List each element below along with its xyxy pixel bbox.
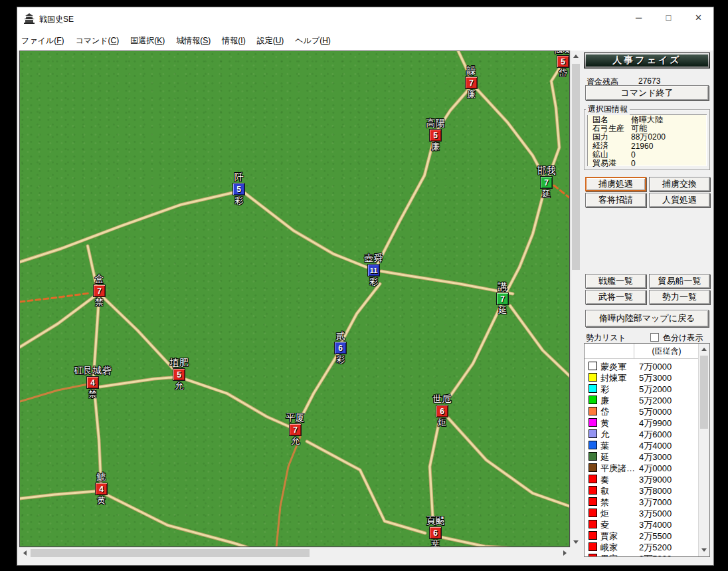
faction-color-swatch: [589, 418, 597, 427]
title-bar[interactable]: 戦国史SE ─ □ ✕: [17, 7, 713, 31]
faction-row[interactable]: 峨家2万5200: [585, 541, 699, 552]
faction-row[interactable]: 奏3万9000: [585, 473, 699, 485]
city-marker[interactable]: 邯我7延: [540, 176, 553, 189]
menu-item[interactable]: 情報(I): [222, 35, 245, 47]
minimize-button[interactable]: ─: [624, 7, 654, 27]
戦艦一覧-button[interactable]: 戦艦一覧: [585, 274, 646, 288]
prisoner-actions: 捕虜処遇捕虜交換客将招請人質処遇: [585, 177, 710, 207]
menu-item[interactable]: 城情報(S): [176, 35, 211, 47]
faction-row[interactable]: 夌3万4000: [585, 518, 699, 530]
scroll-left-arrow-icon[interactable]: [19, 548, 30, 558]
人質処遇-button[interactable]: 人質処遇: [649, 193, 710, 207]
city-marker[interactable]: 矼艮城砦4禁: [86, 376, 99, 389]
city-name: 貳: [336, 331, 345, 341]
faction-row[interactable]: 黄4万9900: [585, 417, 699, 428]
勢力一覧-button[interactable]: 勢力一覧: [649, 290, 710, 304]
faction-row[interactable]: 蒙炎軍7万0000: [585, 360, 699, 372]
faction-list-scrollbar[interactable]: [698, 344, 710, 556]
faction-row[interactable]: 岱5万0000: [585, 405, 699, 417]
faction-row[interactable]: 封煉軍5万3000: [585, 372, 699, 383]
city-marker[interactable]: 鯱4黄: [95, 483, 108, 495]
city-level-box[interactable]: 11: [367, 264, 380, 277]
list-scroll-thumb[interactable]: [700, 356, 708, 429]
faction-row[interactable]: 賈家2万5500: [585, 530, 699, 541]
faction-row[interactable]: 平庚諸…4万0000: [585, 462, 699, 473]
road: [244, 193, 367, 267]
map-viewport[interactable]: 髞7廉高陽5廉偃城5岱邯我7延阡5彩壺舜11彩盒7禁講7延貳6彩矼艮城砦4禁埴肥…: [19, 51, 570, 547]
scroll-up-arrow-icon[interactable]: [571, 51, 581, 61]
city-marker[interactable]: 髞7廉: [465, 76, 478, 89]
city-marker[interactable]: 貳6彩: [334, 342, 347, 354]
country-info-row: 貿易港0: [592, 159, 707, 168]
end-command-button[interactable]: コマンド終了: [585, 85, 709, 100]
faction-row[interactable]: 葉4万4000: [585, 439, 699, 451]
city-marker[interactable]: 平厦7允: [289, 423, 302, 436]
city-level-box[interactable]: 4: [95, 483, 108, 495]
faction-row[interactable]: 叡3万8000: [585, 485, 699, 496]
menu-item[interactable]: 設定(U): [257, 35, 284, 47]
貿易船一覧-button[interactable]: 貿易船一覧: [649, 274, 710, 288]
faction-row[interactable]: 彩5万2000: [585, 383, 699, 394]
city-level-box[interactable]: 7: [465, 76, 478, 89]
city-name: 埴肥: [170, 358, 189, 368]
city-name: 壺舜: [365, 253, 383, 263]
city-level-box[interactable]: 7: [496, 292, 509, 305]
list-scroll-down-icon[interactable]: [699, 544, 709, 555]
hscroll-thumb[interactable]: [31, 549, 310, 557]
city-marker[interactable]: 高陽5廉: [429, 129, 442, 142]
faction-color-swatch: [589, 407, 597, 415]
city-level-box[interactable]: 6: [429, 526, 442, 539]
back-to-map-button[interactable]: 脩嘩内陸部マップに戻る: [585, 310, 709, 327]
city-marker[interactable]: 世卮6炬: [436, 405, 448, 417]
faction-color-swatch: [589, 429, 597, 438]
menu-item[interactable]: ヘルプ(H): [295, 35, 331, 47]
faction-row[interactable]: 炬3万5000: [585, 507, 699, 518]
city-marker[interactable]: 盒7禁: [93, 285, 106, 297]
faction-row[interactable]: 允4万6000: [585, 428, 699, 439]
faction-list[interactable]: (臣従含) 蒙炎軍7万0000封煉軍5万3000彩5万2000廉5万2000岱5…: [584, 343, 710, 557]
color-display-label: 色分け表示: [663, 332, 703, 344]
vscroll-thumb[interactable]: [572, 64, 580, 270]
city-level-box[interactable]: 6: [334, 342, 347, 354]
faction-list-header: (臣従含): [585, 344, 699, 359]
city-marker[interactable]: 偃城5岱: [557, 55, 569, 68]
maximize-button[interactable]: □: [654, 7, 683, 27]
city-level-box[interactable]: 7: [93, 285, 106, 297]
捕虜交換-button[interactable]: 捕虜交換: [649, 177, 710, 191]
city-marker[interactable]: 阡5彩: [232, 183, 245, 195]
city-marker[interactable]: 壺舜11彩: [367, 264, 380, 277]
map-hscrollbar[interactable]: [19, 547, 570, 558]
faction-row[interactable]: 廉5万2000: [585, 394, 699, 405]
menu-item[interactable]: 国選択(K): [130, 35, 165, 47]
city-marker[interactable]: 講7延: [496, 292, 509, 305]
menu-item[interactable]: コマンド(C): [75, 35, 119, 47]
map-vscrollbar[interactable]: [570, 51, 581, 547]
city-level-box[interactable]: 5: [232, 183, 245, 195]
road: [20, 384, 88, 401]
city-level-box[interactable]: 5: [557, 55, 569, 68]
faction-row[interactable]: 異家2万5000: [585, 552, 699, 557]
faction-value-column-header: (臣従含): [634, 344, 699, 358]
country-info-value: 21960: [631, 142, 653, 151]
city-level-box[interactable]: 5: [173, 368, 185, 381]
faction-row[interactable]: 延4万3000: [585, 451, 699, 462]
color-display-checkbox[interactable]: [650, 333, 659, 342]
city-name: 矼艮城砦: [74, 366, 112, 376]
list-scroll-up-icon[interactable]: [699, 344, 709, 354]
scroll-right-arrow-icon[interactable]: [559, 548, 570, 558]
捕虜処遇-button[interactable]: 捕虜処遇: [585, 177, 646, 191]
menu-item[interactable]: ファイル(F): [21, 35, 64, 47]
city-level-box[interactable]: 5: [429, 129, 442, 142]
close-button[interactable]: ✕: [683, 7, 713, 27]
客将招請-button[interactable]: 客将招請: [585, 193, 646, 207]
city-marker[interactable]: 頁颸6葉: [429, 526, 442, 539]
city-level-box[interactable]: 7: [540, 176, 553, 189]
武将一覧-button[interactable]: 武将一覧: [585, 290, 646, 304]
faction-row[interactable]: 禁3万7000: [585, 496, 699, 507]
city-level-box[interactable]: 6: [436, 405, 448, 417]
city-level-box[interactable]: 4: [86, 376, 99, 389]
city-marker[interactable]: 埴肥5允: [173, 368, 185, 381]
city-level-box[interactable]: 7: [289, 423, 302, 436]
scroll-down-arrow-icon[interactable]: [571, 536, 581, 547]
window-title: 戦国史SE: [39, 14, 74, 25]
